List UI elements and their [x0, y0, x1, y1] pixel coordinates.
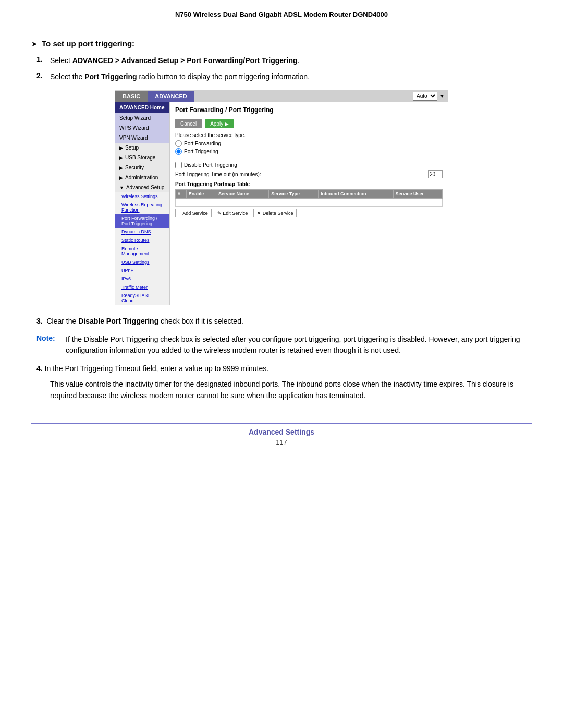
- portmap-table: # Enable Service Name Service Type Inbou…: [175, 189, 443, 207]
- footer-title: Advanced Settings: [31, 428, 532, 436]
- col-service-user: Service User: [393, 190, 443, 199]
- table-row-empty: [176, 199, 443, 207]
- step-4-desc: This value controls the inactivity timer…: [50, 378, 532, 402]
- apply-button[interactable]: Apply ▶: [205, 119, 234, 128]
- footer-page: 117: [31, 438, 532, 446]
- submenu-wireless-repeating[interactable]: Wireless Repeating Function: [115, 201, 169, 214]
- submenu-ipv6[interactable]: IPv6: [115, 275, 169, 283]
- sidebar-item-wps-wizard[interactable]: WPS Wizard: [115, 123, 169, 133]
- tab-basic[interactable]: BASIC: [115, 91, 148, 102]
- submenu-dynamic-dns[interactable]: Dynamic DNS: [115, 228, 169, 236]
- cancel-button[interactable]: Cancel: [175, 119, 202, 128]
- step-3-text: 3. Clear the Disable Port Triggering che…: [36, 317, 243, 325]
- expand-arrow-security-icon: ▶: [119, 165, 123, 170]
- expand-arrow-usb-icon: ▶: [119, 155, 123, 161]
- page-header: N750 Wireless Dual Band Gigabit ADSL Mod…: [31, 10, 532, 23]
- step-2-text: Select the Port Triggering radio button …: [50, 71, 310, 82]
- step-4: 4. In the Port Triggering Timeout field,…: [36, 363, 532, 402]
- router-main: Port Forwarding / Port Triggering Cancel…: [170, 102, 448, 305]
- delete-service-button[interactable]: ✕ Delete Service: [253, 209, 297, 217]
- timeout-row: Port Triggering Time out (in minutes):: [175, 170, 443, 178]
- col-enable: Enable: [186, 190, 216, 199]
- note-label: Note:: [36, 334, 62, 356]
- sidebar-item-advanced-home[interactable]: ADVANCED Home: [115, 102, 169, 113]
- dropdown-arrow-icon: ▼: [439, 93, 445, 99]
- sidebar-item-vpn-wizard[interactable]: VPN Wizard: [115, 133, 169, 143]
- router-ui: BASIC ADVANCED Auto ▼ ADVANCED Home Setu…: [115, 90, 448, 305]
- tab-advanced[interactable]: ADVANCED: [148, 91, 194, 102]
- sidebar-item-usb-storage[interactable]: ▶ USB Storage: [115, 153, 169, 163]
- table-section-label: Port Triggering Portmap Table: [175, 181, 443, 187]
- sidebar-submenu: Wireless Settings Wireless Repeating Fun…: [115, 192, 169, 305]
- header-title: N750 Wireless Dual Band Gigabit ADSL Mod…: [175, 10, 388, 18]
- auto-select[interactable]: Auto: [413, 92, 437, 101]
- main-title: Port Forwarding / Port Triggering: [175, 106, 443, 116]
- expand-arrow-setup-icon: ▶: [119, 145, 123, 151]
- step-2-num: 2.: [36, 71, 47, 80]
- submenu-usb-settings[interactable]: USB Settings: [115, 258, 169, 266]
- note-block: Note: If the Disable Port Triggering che…: [36, 334, 532, 356]
- step-1: 1. Select ADVANCED > Advanced Setup > Po…: [36, 55, 532, 66]
- submenu-upnp[interactable]: UPnP: [115, 266, 169, 275]
- step-2: 2. Select the Port Triggering radio butt…: [36, 71, 532, 82]
- service-type-label: Please select the service type.: [175, 132, 443, 138]
- timeout-input[interactable]: [428, 170, 443, 178]
- router-tabs: BASIC ADVANCED Auto ▼: [115, 90, 448, 102]
- sidebar-item-administration[interactable]: ▶ Administration: [115, 172, 169, 182]
- action-bar: Cancel Apply ▶: [175, 119, 443, 128]
- pencil-icon: ✎: [217, 211, 222, 216]
- edit-service-button[interactable]: ✎ Edit Service: [214, 209, 252, 217]
- separator-1: [175, 158, 443, 158]
- add-service-button[interactable]: + Add Service: [175, 209, 212, 217]
- step-4-text: 4. In the Port Triggering Timeout field,…: [36, 364, 268, 373]
- col-inbound: Inbound Connection: [319, 190, 393, 199]
- radio-port-triggering-label: Port Triggering: [184, 149, 218, 154]
- note-text: If the Disable Port Triggering check box…: [66, 334, 532, 356]
- sidebar-item-setup[interactable]: ▶ Setup: [115, 143, 169, 153]
- step-1-num: 1.: [36, 55, 47, 64]
- sidebar-item-security[interactable]: ▶ Security: [115, 163, 169, 172]
- disable-port-triggering-checkbox[interactable]: [175, 162, 182, 168]
- submenu-remote-management[interactable]: Remote Management: [115, 244, 169, 258]
- radio-port-forwarding-label: Port Forwarding: [184, 141, 221, 146]
- radio-port-triggering-row: Port Triggering: [175, 148, 443, 155]
- expand-arrow-admin-icon: ▶: [119, 175, 123, 180]
- checkbox-disable-row: Disable Port Triggering: [175, 162, 443, 168]
- submenu-static-routes[interactable]: Static Routes: [115, 236, 169, 244]
- submenu-wireless-settings[interactable]: Wireless Settings: [115, 192, 169, 201]
- disable-port-triggering-label: Disable Port Triggering: [184, 162, 237, 168]
- tab-auto: Auto ▼: [410, 90, 448, 102]
- submenu-traffic-meter[interactable]: Traffic Meter: [115, 283, 169, 291]
- step-3: 3. Clear the Disable Port Triggering che…: [36, 316, 532, 327]
- radio-port-triggering[interactable]: [175, 148, 182, 155]
- router-sidebar: ADVANCED Home Setup Wizard WPS Wizard VP…: [115, 102, 170, 305]
- submenu-port-forwarding[interactable]: Port Forwarding / Port Triggering: [115, 214, 169, 228]
- table-actions: + Add Service ✎ Edit Service ✕ Delete Se…: [175, 209, 443, 217]
- radio-port-forwarding[interactable]: [175, 140, 182, 147]
- radio-port-forwarding-row: Port Forwarding: [175, 140, 443, 147]
- submenu-readyshare-cloud[interactable]: ReadySHARE Cloud: [115, 291, 169, 305]
- section-heading: ➤ To set up port triggering:: [31, 39, 532, 48]
- page-footer: Advanced Settings 117: [31, 423, 532, 446]
- arrow-right-icon: ▶: [225, 121, 229, 127]
- sidebar-item-setup-wizard[interactable]: Setup Wizard: [115, 113, 169, 123]
- timeout-label: Port Triggering Time out (in minutes):: [175, 171, 261, 177]
- tab-group: BASIC ADVANCED: [115, 91, 194, 102]
- col-service-type: Service Type: [269, 190, 319, 199]
- sidebar-item-advanced-setup[interactable]: ▼ Advanced Setup: [115, 182, 169, 192]
- section-heading-text: To set up port triggering:: [42, 39, 134, 48]
- expand-arrow-advanced-icon: ▼: [119, 185, 124, 190]
- col-service-name: Service Name: [216, 190, 269, 199]
- col-num: #: [176, 190, 187, 199]
- router-body: ADVANCED Home Setup Wizard WPS Wizard VP…: [115, 102, 448, 305]
- delete-x-icon: ✕: [257, 211, 261, 216]
- arrow-icon: ➤: [31, 40, 38, 48]
- step-1-text: Select ADVANCED > Advanced Setup > Port …: [50, 55, 299, 66]
